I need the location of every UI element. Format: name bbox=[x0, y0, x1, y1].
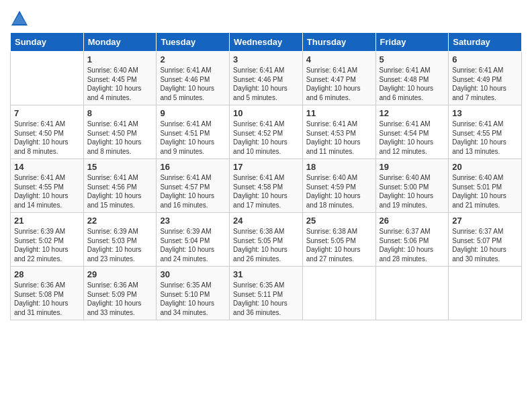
calendar-cell: 21Sunrise: 6:39 AMSunset: 5:02 PMDayligh… bbox=[11, 213, 84, 267]
cell-content: 28Sunrise: 6:36 AMSunset: 5:08 PMDayligh… bbox=[14, 269, 80, 317]
cell-content: 12Sunrise: 6:41 AMSunset: 4:54 PMDayligh… bbox=[380, 108, 445, 156]
day-number: 25 bbox=[306, 216, 372, 226]
calendar-table: SundayMondayTuesdayWednesdayThursdayFrid… bbox=[10, 32, 522, 320]
calendar-cell: 24Sunrise: 6:38 AMSunset: 5:05 PMDayligh… bbox=[230, 213, 303, 267]
weekday-header: Friday bbox=[375, 33, 449, 52]
day-info: Sunrise: 6:41 AMSunset: 4:52 PMDaylight:… bbox=[233, 120, 299, 156]
day-info: Sunrise: 6:38 AMSunset: 5:05 PMDaylight:… bbox=[306, 227, 372, 263]
day-info: Sunrise: 6:41 AMSunset: 4:51 PMDaylight:… bbox=[160, 120, 226, 156]
day-info: Sunrise: 6:40 AMSunset: 5:00 PMDaylight:… bbox=[380, 173, 445, 210]
day-info: Sunrise: 6:37 AMSunset: 5:06 PMDaylight:… bbox=[380, 227, 445, 263]
weekday-header: Tuesday bbox=[157, 33, 230, 52]
day-info: Sunrise: 6:41 AMSunset: 4:50 PMDaylight:… bbox=[14, 120, 80, 156]
calendar-cell: 20Sunrise: 6:40 AMSunset: 5:01 PMDayligh… bbox=[449, 159, 522, 213]
day-info: Sunrise: 6:35 AMSunset: 5:11 PMDaylight:… bbox=[233, 281, 299, 317]
weekday-header: Wednesday bbox=[230, 33, 303, 52]
calendar-week-row: 1Sunrise: 6:40 AMSunset: 4:45 PMDaylight… bbox=[11, 52, 522, 105]
calendar-cell: 11Sunrise: 6:41 AMSunset: 4:53 PMDayligh… bbox=[302, 105, 375, 159]
day-number: 2 bbox=[160, 54, 226, 64]
calendar-cell: 16Sunrise: 6:41 AMSunset: 4:57 PMDayligh… bbox=[157, 159, 230, 213]
cell-content: 10Sunrise: 6:41 AMSunset: 4:52 PMDayligh… bbox=[233, 108, 299, 156]
day-info: Sunrise: 6:41 AMSunset: 4:49 PMDaylight:… bbox=[452, 66, 518, 102]
cell-content: 30Sunrise: 6:35 AMSunset: 5:10 PMDayligh… bbox=[160, 269, 226, 317]
day-info: Sunrise: 6:41 AMSunset: 4:46 PMDaylight:… bbox=[160, 66, 226, 102]
cell-content: 27Sunrise: 6:37 AMSunset: 5:07 PMDayligh… bbox=[452, 216, 518, 263]
calendar-cell: 29Sunrise: 6:36 AMSunset: 5:09 PMDayligh… bbox=[83, 267, 157, 320]
cell-content: 8Sunrise: 6:41 AMSunset: 4:50 PMDaylight… bbox=[87, 108, 153, 156]
cell-content: 18Sunrise: 6:40 AMSunset: 4:59 PMDayligh… bbox=[306, 162, 372, 210]
calendar-cell: 5Sunrise: 6:41 AMSunset: 4:48 PMDaylight… bbox=[375, 52, 449, 105]
calendar-cell bbox=[375, 267, 449, 320]
calendar-cell: 28Sunrise: 6:36 AMSunset: 5:08 PMDayligh… bbox=[11, 267, 84, 320]
calendar-cell: 9Sunrise: 6:41 AMSunset: 4:51 PMDaylight… bbox=[157, 105, 230, 159]
cell-content: 5Sunrise: 6:41 AMSunset: 4:48 PMDaylight… bbox=[380, 54, 445, 102]
day-number: 27 bbox=[452, 216, 518, 226]
day-info: Sunrise: 6:41 AMSunset: 4:55 PMDaylight:… bbox=[14, 173, 80, 210]
day-number: 8 bbox=[87, 108, 153, 118]
cell-content: 2Sunrise: 6:41 AMSunset: 4:46 PMDaylight… bbox=[160, 54, 226, 102]
cell-content: 26Sunrise: 6:37 AMSunset: 5:06 PMDayligh… bbox=[380, 216, 445, 263]
day-number: 7 bbox=[14, 108, 80, 118]
cell-content: 16Sunrise: 6:41 AMSunset: 4:57 PMDayligh… bbox=[160, 162, 226, 210]
day-info: Sunrise: 6:40 AMSunset: 4:45 PMDaylight:… bbox=[87, 66, 153, 102]
cell-content: 6Sunrise: 6:41 AMSunset: 4:49 PMDaylight… bbox=[452, 54, 518, 102]
cell-content: 15Sunrise: 6:41 AMSunset: 4:56 PMDayligh… bbox=[87, 162, 153, 210]
cell-content: 20Sunrise: 6:40 AMSunset: 5:01 PMDayligh… bbox=[452, 162, 518, 210]
day-number: 19 bbox=[380, 162, 445, 172]
day-info: Sunrise: 6:37 AMSunset: 5:07 PMDaylight:… bbox=[452, 227, 518, 263]
cell-content: 13Sunrise: 6:41 AMSunset: 4:55 PMDayligh… bbox=[452, 108, 518, 156]
cell-content: 19Sunrise: 6:40 AMSunset: 5:00 PMDayligh… bbox=[380, 162, 445, 210]
day-number: 22 bbox=[87, 216, 153, 226]
day-info: Sunrise: 6:41 AMSunset: 4:54 PMDaylight:… bbox=[380, 120, 445, 156]
weekday-header: Saturday bbox=[449, 33, 522, 52]
day-number: 13 bbox=[452, 108, 518, 118]
day-info: Sunrise: 6:41 AMSunset: 4:48 PMDaylight:… bbox=[380, 66, 445, 102]
calendar-week-row: 7Sunrise: 6:41 AMSunset: 4:50 PMDaylight… bbox=[11, 105, 522, 159]
calendar-cell: 13Sunrise: 6:41 AMSunset: 4:55 PMDayligh… bbox=[449, 105, 522, 159]
day-number: 4 bbox=[306, 54, 372, 64]
day-info: Sunrise: 6:41 AMSunset: 4:53 PMDaylight:… bbox=[306, 120, 372, 156]
day-info: Sunrise: 6:36 AMSunset: 5:08 PMDaylight:… bbox=[14, 281, 80, 317]
cell-content: 14Sunrise: 6:41 AMSunset: 4:55 PMDayligh… bbox=[14, 162, 80, 210]
day-info: Sunrise: 6:39 AMSunset: 5:03 PMDaylight:… bbox=[87, 227, 153, 263]
calendar-cell: 8Sunrise: 6:41 AMSunset: 4:50 PMDaylight… bbox=[83, 105, 157, 159]
day-info: Sunrise: 6:41 AMSunset: 4:47 PMDaylight:… bbox=[306, 66, 372, 102]
day-number: 29 bbox=[87, 269, 153, 279]
day-number: 6 bbox=[452, 54, 518, 64]
calendar-cell bbox=[302, 267, 375, 320]
cell-content: 23Sunrise: 6:39 AMSunset: 5:04 PMDayligh… bbox=[160, 216, 226, 263]
calendar-cell: 23Sunrise: 6:39 AMSunset: 5:04 PMDayligh… bbox=[157, 213, 230, 267]
calendar-cell: 26Sunrise: 6:37 AMSunset: 5:06 PMDayligh… bbox=[375, 213, 449, 267]
header-row: SundayMondayTuesdayWednesdayThursdayFrid… bbox=[11, 33, 522, 52]
day-info: Sunrise: 6:38 AMSunset: 5:05 PMDaylight:… bbox=[233, 227, 299, 263]
cell-content: 7Sunrise: 6:41 AMSunset: 4:50 PMDaylight… bbox=[14, 108, 80, 156]
calendar-cell: 22Sunrise: 6:39 AMSunset: 5:03 PMDayligh… bbox=[83, 213, 157, 267]
weekday-header: Sunday bbox=[11, 33, 84, 52]
calendar-cell: 10Sunrise: 6:41 AMSunset: 4:52 PMDayligh… bbox=[230, 105, 303, 159]
day-number: 18 bbox=[306, 162, 372, 172]
day-number: 10 bbox=[233, 108, 299, 118]
weekday-header: Thursday bbox=[302, 33, 375, 52]
logo bbox=[10, 9, 31, 28]
day-number: 3 bbox=[233, 54, 299, 64]
weekday-header: Monday bbox=[83, 33, 157, 52]
day-number: 17 bbox=[233, 162, 299, 172]
day-info: Sunrise: 6:41 AMSunset: 4:50 PMDaylight:… bbox=[87, 120, 153, 156]
calendar-cell: 2Sunrise: 6:41 AMSunset: 4:46 PMDaylight… bbox=[157, 52, 230, 105]
day-number: 26 bbox=[380, 216, 445, 226]
day-number: 21 bbox=[14, 216, 80, 226]
calendar-cell: 14Sunrise: 6:41 AMSunset: 4:55 PMDayligh… bbox=[11, 159, 84, 213]
day-info: Sunrise: 6:36 AMSunset: 5:09 PMDaylight:… bbox=[87, 281, 153, 317]
calendar-week-row: 21Sunrise: 6:39 AMSunset: 5:02 PMDayligh… bbox=[11, 213, 522, 267]
cell-content: 11Sunrise: 6:41 AMSunset: 4:53 PMDayligh… bbox=[306, 108, 372, 156]
calendar-week-row: 28Sunrise: 6:36 AMSunset: 5:08 PMDayligh… bbox=[11, 267, 522, 320]
cell-content: 31Sunrise: 6:35 AMSunset: 5:11 PMDayligh… bbox=[233, 269, 299, 317]
calendar-cell bbox=[449, 267, 522, 320]
cell-content: 1Sunrise: 6:40 AMSunset: 4:45 PMDaylight… bbox=[87, 54, 153, 102]
day-info: Sunrise: 6:41 AMSunset: 4:57 PMDaylight:… bbox=[160, 173, 226, 210]
day-info: Sunrise: 6:39 AMSunset: 5:04 PMDaylight:… bbox=[160, 227, 226, 263]
day-info: Sunrise: 6:40 AMSunset: 4:59 PMDaylight:… bbox=[306, 173, 372, 210]
calendar-cell: 18Sunrise: 6:40 AMSunset: 4:59 PMDayligh… bbox=[302, 159, 375, 213]
calendar-cell: 6Sunrise: 6:41 AMSunset: 4:49 PMDaylight… bbox=[449, 52, 522, 105]
day-number: 12 bbox=[380, 108, 445, 118]
